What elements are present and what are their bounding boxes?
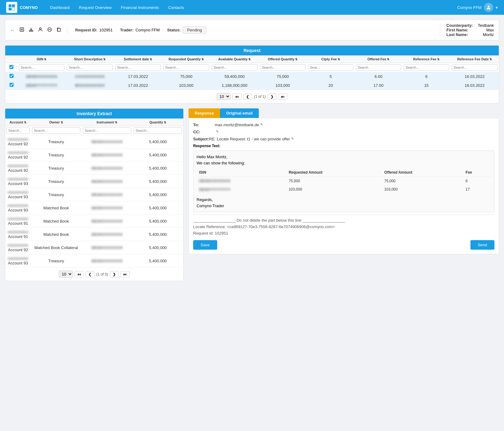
owner-col-header[interactable]: Owner [31,119,82,126]
ref-fee-date-search[interactable] [452,64,498,70]
cancel-icon[interactable] [19,27,24,33]
account-cell: XXXXXXXXXX Account 93 [5,188,31,201]
inventory-table-row: XXXXXXXXXX Account 93 Matched Book DE00X… [5,201,183,215]
save-button[interactable]: Save [193,240,217,250]
inventory-panel-header: Inventory Extract [5,109,183,119]
send-button[interactable]: Send [470,240,494,250]
quantity-search[interactable] [134,127,182,134]
cc-edit-icon[interactable]: ✎ [216,130,219,134]
requested-qty-search[interactable] [163,64,209,70]
ref-fee-search[interactable] [404,64,449,70]
status-field: Status: Pending [167,26,206,34]
to-field: To: max.moritz@testbank.de ✎ [193,123,494,127]
quantity-cell: 5,400,000 [132,241,183,254]
chevron-down-icon[interactable]: ▾ [496,5,498,10]
next-page-button[interactable]: ❯ [268,94,276,100]
owner-search[interactable] [32,127,80,134]
isin-col-header[interactable]: ISIN [18,55,66,63]
account-cell: XXXXXXXXXX Account 92 [5,148,31,162]
owner-cell: Matched Book [31,228,82,241]
inventory-table-row: XXXXXXXXXX Account 92 Treasury DE00XXXXX… [5,135,183,148]
ctpty-fee-col-header[interactable]: Ctpty Fee [307,55,355,63]
last-page-button[interactable]: ⏭ [278,94,287,100]
available-qty-search[interactable] [212,64,258,70]
request-id-field: Request ID: 102951 [75,28,113,32]
short-desc-search[interactable] [67,64,113,70]
request-pagination: 102550 ⏮ ❮ (1 of 1) ❯ ⏭ [5,90,499,103]
account-cell: XXXXXXXXXX Account 91 [5,215,31,228]
settlement-date-col-header[interactable]: Settlement date [114,55,162,63]
inventory-table-row: XXXXXXXXXX Account 93 Treasury DE00XXXXX… [5,175,183,188]
account-cell: XXXXXXXXXX Account 92 [5,241,31,254]
nav-request-overview[interactable]: Request Overview [79,5,112,10]
subject-edit-icon[interactable]: ✎ [291,137,294,141]
row-checkbox[interactable] [10,74,14,78]
instrument-col-header[interactable]: Instrument [82,119,132,126]
ref-fee-col-header[interactable]: Reference Fee [402,55,450,63]
to-label: To: [193,123,215,127]
email-offered-cell: 75,000 [382,177,463,185]
inventory-first-page-button[interactable]: ⏮ [75,271,84,277]
inventory-prev-page-button[interactable]: ❮ [86,271,94,277]
quantity-cell: 5,400,000 [132,188,183,201]
prev-page-button[interactable]: ❮ [243,94,252,100]
request-id-label: Request ID: [75,28,97,32]
owner-cell: Treasury [31,254,82,268]
account-cell: XXXXXXXXXX Account 93 [5,201,31,215]
greeting: Hello Max Moritz, [197,154,491,160]
available-qty-col-header[interactable]: Available Quantity [210,55,259,63]
quantity-col-header[interactable]: Quantity [132,119,183,126]
requested-qty-cell: 75,000 [162,72,210,81]
back-icon[interactable]: ← [10,27,15,33]
download-icon[interactable] [29,27,34,33]
account-search[interactable] [6,127,30,134]
settlement-search[interactable] [115,64,161,70]
checkbox-col-header [5,55,18,63]
offered-qty-cell: 103,000 [259,81,307,90]
footer-line: ___________________ Do not delete the pa… [193,217,494,224]
nav-links: Dashboard Request Overview Financial Ins… [50,5,457,10]
cc-field: CC: ✎ [193,130,494,134]
instrument-search[interactable] [83,127,131,134]
nav-dashboard[interactable]: Dashboard [50,5,70,10]
user-icon[interactable] [38,27,43,33]
nav-financial-instruments[interactable]: Financial Instruments [121,5,159,10]
inventory-last-page-button[interactable]: ⏭ [120,271,130,277]
copy-icon[interactable] [56,27,61,33]
offered-fee-col-header[interactable]: Offered Fee [355,55,402,63]
offered-fee-search[interactable] [356,64,401,70]
tab-response[interactable]: Response [189,108,220,118]
inventory-page-size[interactable]: 102550 [59,271,73,278]
to-edit-icon[interactable]: ✎ [260,123,263,127]
select-all-checkbox[interactable] [6,65,16,69]
row-checkbox[interactable] [10,83,14,87]
nav-contacts[interactable]: Contacts [168,5,184,10]
owner-cell: Treasury [31,188,82,201]
inventory-next-page-button[interactable]: ❯ [110,271,119,277]
brand: COMYNO [6,2,38,13]
short-desc-col-header[interactable]: Short Description [66,55,114,63]
status-label: Status: [167,28,181,32]
block-icon[interactable] [47,27,52,33]
first-page-button[interactable]: ⏮ [232,94,242,100]
ref-fee-date-col-header[interactable]: Reference Fee Date [450,55,499,63]
user-avatar[interactable] [484,3,493,12]
offered-qty-search[interactable] [260,64,306,70]
request-table-row: DE00XXXXXXXX CXXXXXXXXXX 17.03.2022 75,0… [5,72,499,81]
quantity-cell: 5,400,000 [132,254,183,268]
inventory-table-row: XXXXXXXXXX Account 93 Treasury DE00XXXXX… [5,188,183,201]
tab-original-email[interactable]: Original email [220,108,259,118]
response-panel: Response Original email To: max.moritz@t… [189,108,499,286]
response-text-label: Response Text: [193,144,494,148]
request-page-size[interactable]: 102550 [217,93,230,100]
requested-qty-col-header[interactable]: Requested Quantity [162,55,210,63]
ctpty-fee-search[interactable] [308,64,353,70]
account-col-header[interactable]: Account [5,119,31,126]
inventory-table-row: XXXXXXXXXX Account 91 Matched Book DE00X… [5,228,183,241]
isin-search[interactable] [19,64,64,70]
offered-qty-col-header[interactable]: Offered Quantity [259,55,307,63]
trader-field: Trader: Comyno FFM [120,28,160,32]
email-fee-cell: 17 [463,185,491,194]
offered-qty-cell: 75,000 [259,72,307,81]
request-info: Request ID: 102951 Trader: Comyno FFM St… [75,26,433,34]
